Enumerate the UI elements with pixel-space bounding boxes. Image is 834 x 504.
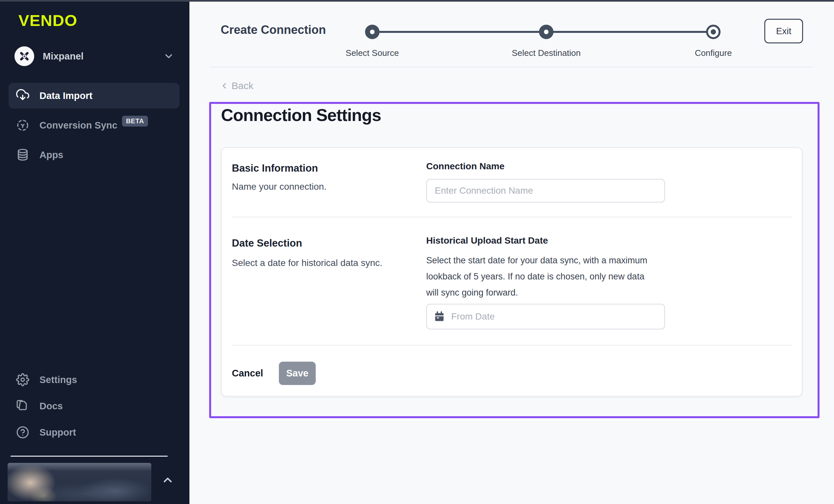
connection-settings-card: Basic Information Name your connection. … [221,147,803,396]
sidebar-footer-nav: Settings Docs Support [8,367,179,446]
sidebar-item-conversion-sync[interactable]: Conversion Sync BETA [8,112,179,138]
historical-upload-start-date-label: Historical Upload Start Date [426,235,548,246]
header-divider [211,67,813,67]
chevron-left-icon [220,81,229,90]
documents-icon [16,399,29,413]
window-top-edge [0,0,834,2]
sidebar-item-label: Support [40,427,76,438]
step-label: Select Source [307,48,438,58]
database-icon [16,148,29,162]
connection-name-label: Connection Name [426,161,504,172]
from-date-input[interactable] [451,311,658,322]
sidebar-item-label: Conversion Sync [40,120,117,131]
stepper-line [372,31,546,33]
basic-information-description: Name your connection. [232,181,327,192]
sidebar-item-label: Docs [40,401,63,412]
chevron-down-icon [163,51,174,62]
chevron-up-icon[interactable] [161,474,174,487]
exit-button[interactable]: Exit [764,19,803,43]
sidebar-item-data-import[interactable]: Data Import [8,83,179,109]
sidebar-item-apps[interactable]: Apps [8,142,179,168]
sidebar-item-label: Data Import [40,90,92,101]
cloud-download-icon [16,89,29,103]
step-circle-configure [706,25,721,39]
conversion-sync-icon [16,118,29,132]
cancel-button[interactable]: Cancel [232,368,263,379]
sidebar: VENDO Mixpanel Data Import [0,0,190,504]
sidebar-item-label: Settings [40,374,77,385]
date-selection-heading: Date Selection [232,237,302,249]
stepper-line [546,31,713,33]
card-footer: Cancel Save [232,359,316,387]
step-label: Configure [648,48,779,58]
workspace-selector[interactable]: Mixpanel [15,45,174,67]
basic-information-heading: Basic Information [232,162,318,174]
sidebar-divider [10,456,168,457]
sidebar-item-docs[interactable]: Docs [8,393,179,419]
help-circle-icon [16,425,29,439]
sidebar-item-settings[interactable]: Settings [8,367,179,393]
sidebar-item-support[interactable]: Support [8,419,179,445]
from-date-field[interactable] [426,304,665,329]
step-label: Select Destination [481,48,612,58]
mixpanel-logo-icon [15,46,34,66]
card-divider [232,345,793,346]
back-label: Back [232,80,254,91]
page-title: Create Connection [221,23,326,37]
workspace-name: Mixpanel [43,51,163,62]
user-account-blurred[interactable] [7,463,151,501]
gear-icon [16,373,29,387]
connection-settings-title: Connection Settings [221,105,381,125]
card-divider [232,217,793,217]
back-link[interactable]: Back [220,80,254,91]
step-circle-select-source [365,25,379,39]
step-circle-select-destination [539,25,553,39]
calendar-icon [434,311,445,323]
date-selection-description: Select a date for historical data sync. [232,258,382,268]
sidebar-item-label: Apps [40,150,64,160]
historical-upload-help-text: Select the start date for your data sync… [426,253,653,301]
connection-name-input[interactable] [426,179,665,202]
main-area: Create Connection Select Source Select D… [190,0,834,504]
vendo-logo: VENDO [18,11,77,29]
save-button[interactable]: Save [279,361,316,385]
beta-badge: BETA [122,116,148,127]
sidebar-nav: Data Import Conversion Sync BETA Apps [8,83,179,172]
